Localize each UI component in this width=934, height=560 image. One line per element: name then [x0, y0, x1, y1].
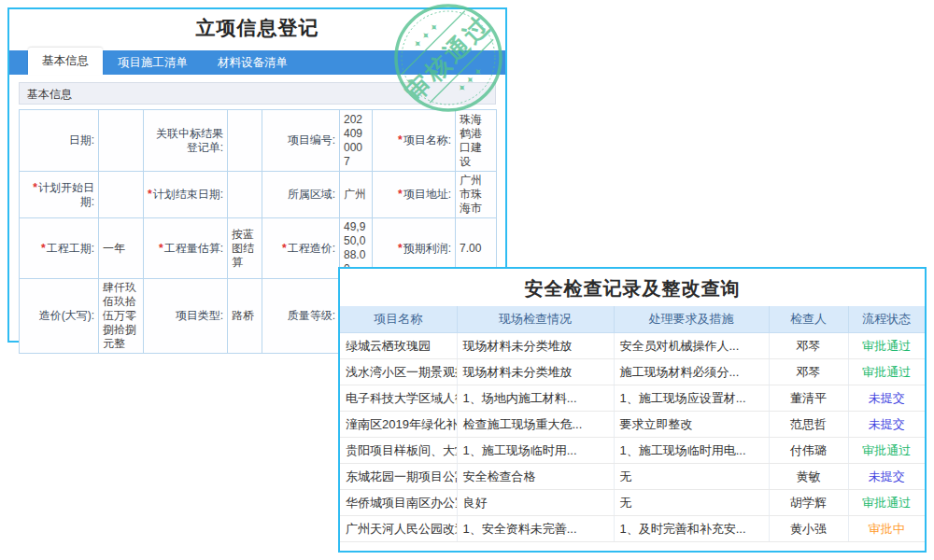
inspection-result-cell: 安全检查合格: [457, 464, 614, 490]
form-row: *计划开始日期:*计划结束日期:所属区域:广州*项目地址:广州市珠海市: [20, 172, 497, 218]
status-badge: 审批通过: [848, 438, 925, 464]
safety-table-row: 华侨城项目南区办公室内良好无胡学辉审批通过: [340, 490, 925, 516]
form-value-cell: 按蓝图结算: [228, 218, 262, 279]
inspection-result-cell: 良好: [457, 490, 614, 516]
project-name-link[interactable]: 浅水湾小区一期景观提升: [340, 359, 457, 385]
status-badge: 未提交: [848, 412, 925, 438]
inspector-link[interactable]: 范思哲: [769, 412, 848, 438]
required-marker: *: [398, 188, 403, 201]
project-name-link[interactable]: 东城花园一期项目公寓大: [340, 464, 457, 490]
measures-cell: 施工现场材料必须分...: [614, 359, 769, 385]
safety-inspection-table: 项目名称 现场检查情况 处理要求及措施 检查人 流程状态 绿城云栖玫瑰园现场材料…: [340, 306, 925, 542]
inspector-link[interactable]: 胡学辉: [769, 490, 848, 516]
form-value-cell: 2024090007: [340, 110, 373, 172]
safety-table-row: 潼南区2019年绿化补贴项检查施工现场重大危...要求立即整改范思哲未提交: [340, 412, 925, 438]
tab-construction-list[interactable]: 项目施工清单: [103, 50, 203, 75]
form-label-cell: 日期:: [20, 110, 99, 172]
tab-bar: 基本信息 项目施工清单 材料设备清单: [9, 50, 505, 75]
measures-cell: 无: [614, 490, 769, 516]
form-label-cell: *计划结束日期:: [144, 172, 228, 218]
col-header-project-name: 项目名称: [340, 306, 457, 333]
project-name-link[interactable]: 电子科技大学区域人行道: [340, 385, 457, 412]
col-header-inspection: 现场检查情况: [457, 306, 614, 333]
project-name-link[interactable]: 贵阳项目样板间、大堂、: [340, 438, 457, 464]
status-badge: 审批通过: [848, 490, 925, 516]
tab-basic-info[interactable]: 基本信息: [28, 48, 103, 75]
col-header-status: 流程状态: [848, 306, 925, 333]
safety-table-row: 东城花园一期项目公寓大安全检查合格无黄敏未提交: [340, 464, 925, 490]
measures-cell: 安全员对机械操作人...: [614, 333, 769, 359]
safety-table-row: 浅水湾小区一期景观提升现场材料未分类堆放施工现场材料必须分...邓琴审批通过: [340, 359, 925, 385]
safety-inspection-panel: 安全检查记录及整改查询 项目名称 现场检查情况 处理要求及措施 检查人 流程状态…: [338, 267, 927, 553]
inspection-result-cell: 1、安全资料未完善...: [457, 516, 614, 542]
inspection-result-cell: 现场材料未分类堆放: [457, 333, 614, 359]
project-name-link[interactable]: 潼南区2019年绿化补贴项: [340, 412, 457, 438]
required-marker: *: [33, 181, 37, 194]
required-marker: *: [159, 242, 163, 255]
form-value-cell: 珠海鹤港口建设: [456, 110, 497, 172]
tab-material-equipment-list[interactable]: 材料设备清单: [203, 50, 303, 75]
required-marker: *: [282, 242, 287, 255]
form-value-cell: 一年: [99, 218, 144, 279]
form-value-cell: [99, 110, 144, 172]
form-value-cell: [228, 110, 262, 172]
form-label-cell: 所属区域:: [262, 172, 340, 218]
form-label-cell: *计划开始日期:: [20, 172, 99, 218]
status-badge: 未提交: [848, 385, 925, 412]
inspection-result-cell: 1、场地内施工材料...: [457, 385, 614, 412]
col-header-measures: 处理要求及措施: [614, 306, 769, 333]
measures-cell: 1、施工现场临时用电...: [614, 438, 769, 464]
form-label-cell: *项目名称:: [373, 110, 456, 172]
status-badge: 审批通过: [848, 333, 925, 359]
form-label-cell: 造价(大写):: [20, 279, 99, 354]
page-title: 立项信息登记: [9, 17, 505, 39]
form-label-cell: *工程量估算:: [144, 218, 228, 279]
form-label-cell: *工程工期:: [20, 218, 99, 279]
inspector-link[interactable]: 邓琴: [769, 359, 848, 385]
required-marker: *: [398, 133, 403, 147]
form-label-cell: 项目编号:: [262, 110, 340, 172]
form-row: 日期:关联中标结果登记单:项目编号:2024090007*项目名称:珠海鹤港口建…: [20, 110, 497, 172]
safety-table-row: 广州天河人民公园改造工1、安全资料未完善...1、及时完善和补充安...黄小强审…: [340, 516, 925, 542]
form-value-cell: 肆仟玖佰玖拾伍万零捌拾捌元整: [99, 279, 144, 354]
status-badge: 审批中: [848, 516, 925, 542]
safety-table-row: 绿城云栖玫瑰园现场材料未分类堆放安全员对机械操作人...邓琴审批通过: [340, 333, 925, 359]
col-header-inspector: 检查人: [769, 306, 848, 333]
inspector-link[interactable]: 付伟璐: [769, 438, 848, 464]
inspection-result-cell: 检查施工现场重大危...: [457, 412, 614, 438]
required-marker: *: [41, 242, 46, 255]
project-name-link[interactable]: 广州天河人民公园改造工: [340, 516, 457, 542]
status-badge: 未提交: [848, 464, 925, 490]
inspector-link[interactable]: 董清平: [769, 385, 848, 412]
form-value-cell: 广州市珠海市: [456, 172, 497, 218]
measures-cell: 要求立即整改: [614, 412, 769, 438]
form-label-cell: *项目地址:: [373, 172, 456, 218]
inspector-link[interactable]: 黄敏: [769, 464, 848, 490]
form-value-cell: [99, 172, 144, 218]
status-badge: 审批通过: [848, 359, 925, 385]
form-label-cell: *工程造价:: [262, 218, 340, 279]
form-value-cell: 广州: [340, 172, 373, 218]
section-header: 基本信息: [19, 82, 496, 105]
inspector-link[interactable]: 黄小强: [769, 516, 848, 542]
measures-cell: 1、施工现场应设置材...: [614, 385, 769, 412]
form-label-cell: 质量等级:: [262, 279, 340, 354]
inspector-link[interactable]: 邓琴: [769, 333, 848, 359]
measures-cell: 无: [614, 464, 769, 490]
safety-query-title: 安全检查记录及整改查询: [340, 269, 925, 306]
inspection-result-cell: 现场材料未分类堆放: [457, 359, 614, 385]
form-label-cell: 项目类型:: [144, 279, 228, 354]
form-value-cell: [228, 172, 262, 218]
form-value-cell: 路桥: [228, 279, 262, 354]
project-name-link[interactable]: 华侨城项目南区办公室内: [340, 490, 457, 516]
safety-table-row: 电子科技大学区域人行道1、场地内施工材料...1、施工现场应设置材...董清平未…: [340, 385, 925, 412]
safety-table-row: 贵阳项目样板间、大堂、1、施工现场临时用...1、施工现场临时用电...付伟璐审…: [340, 438, 925, 464]
form-label-cell: 关联中标结果登记单:: [144, 110, 228, 172]
measures-cell: 1、及时完善和补充安...: [614, 516, 769, 542]
required-marker: *: [148, 188, 152, 201]
inspection-result-cell: 1、施工现场临时用...: [457, 438, 614, 464]
project-name-link[interactable]: 绿城云栖玫瑰园: [340, 333, 457, 359]
required-marker: *: [398, 242, 403, 255]
safety-table-header-row: 项目名称 现场检查情况 处理要求及措施 检查人 流程状态: [340, 306, 925, 333]
